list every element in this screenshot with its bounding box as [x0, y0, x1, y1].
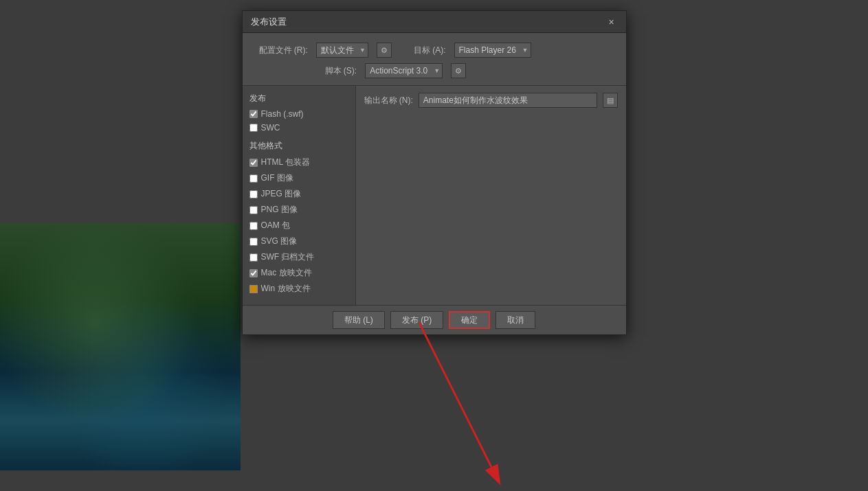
- output-name-input[interactable]: [419, 93, 597, 108]
- swc-item: SWC: [249, 122, 348, 133]
- win-projector-item: Win 放映文件: [249, 282, 348, 295]
- html-wrapper-label[interactable]: HTML 包装器: [261, 157, 311, 168]
- svg-image-item: SVG 图像: [249, 235, 348, 248]
- dialog-titlebar: 发布设置 ×: [243, 11, 626, 33]
- publish-settings-dialog: 发布设置 × 配置文件 (R): 默认文件 ▼ ⚙ 目标 (A): Flash …: [242, 10, 627, 335]
- other-formats-title: 其他格式: [249, 140, 348, 152]
- target-label: 目标 (A):: [414, 45, 446, 56]
- swc-checkbox[interactable]: [249, 124, 258, 132]
- svg-image-checkbox[interactable]: [249, 238, 258, 246]
- flash-swf-checkbox[interactable]: [249, 110, 258, 118]
- dialog-overlay: 发布设置 × 配置文件 (R): 默认文件 ▼ ⚙ 目标 (A): Flash …: [0, 0, 868, 491]
- target-select-wrapper: Flash Player 26Flash Player 25Flash Play…: [454, 43, 531, 58]
- swf-archive-checkbox[interactable]: [249, 253, 258, 262]
- right-panel: 输出名称 (N): ▤: [356, 86, 626, 305]
- gif-image-checkbox[interactable]: [249, 174, 258, 183]
- dialog-footer: 帮助 (L) 发布 (P) 确定 取消: [243, 305, 626, 334]
- script-label: 脚本 (S):: [325, 65, 357, 77]
- swf-archive-item: SWF 归档文件: [249, 251, 348, 264]
- folder-browse-button[interactable]: ▤: [603, 93, 618, 108]
- flash-swf-item: Flash (.swf): [249, 109, 348, 119]
- publish-button[interactable]: 发布 (P): [390, 311, 443, 329]
- oam-package-checkbox[interactable]: [249, 222, 258, 230]
- mac-projector-item: Mac 放映文件: [249, 266, 348, 279]
- publish-section-title: 发布: [249, 93, 348, 104]
- win-projector-checkbox-custom[interactable]: [249, 285, 258, 293]
- html-wrapper-checkbox[interactable]: [249, 159, 258, 167]
- oam-package-label[interactable]: OAM 包: [261, 220, 291, 231]
- left-panel: 发布 Flash (.swf) SWC 其他格式 HTML 包装器: [243, 86, 356, 305]
- folder-icon: ▤: [607, 96, 614, 105]
- config-gear-button[interactable]: ⚙: [377, 43, 392, 58]
- script-settings-button[interactable]: ⚙: [451, 63, 466, 78]
- target-select[interactable]: Flash Player 26Flash Player 25Flash Play…: [454, 43, 531, 58]
- gif-image-label[interactable]: GIF 图像: [261, 172, 293, 184]
- svg-image-label[interactable]: SVG 图像: [261, 236, 298, 247]
- ok-button[interactable]: 确定: [449, 311, 490, 329]
- script-select-wrapper: ActionScript 3.0ActionScript 2.0 ▼: [365, 63, 443, 78]
- mac-projector-label[interactable]: Mac 放映文件: [261, 267, 312, 279]
- config-file-select-wrapper: 默认文件 ▼: [316, 43, 368, 58]
- jpeg-image-checkbox[interactable]: [249, 190, 258, 198]
- dialog-title: 发布设置: [251, 16, 287, 28]
- config-section: 配置文件 (R): 默认文件 ▼ ⚙ 目标 (A): Flash Player …: [243, 33, 626, 85]
- win-projector-label[interactable]: Win 放映文件: [261, 283, 311, 295]
- flash-swf-label[interactable]: Flash (.swf): [261, 109, 304, 119]
- output-label: 输出名称 (N):: [364, 95, 413, 106]
- oam-package-item: OAM 包: [249, 219, 348, 232]
- mac-projector-checkbox[interactable]: [249, 269, 258, 277]
- dialog-body: 发布 Flash (.swf) SWC 其他格式 HTML 包装器: [243, 85, 626, 305]
- help-button[interactable]: 帮助 (L): [333, 311, 385, 329]
- jpeg-image-label[interactable]: JPEG 图像: [261, 188, 302, 200]
- script-row: 脚本 (S): ActionScript 3.0ActionScript 2.0…: [251, 60, 618, 81]
- output-row: 输出名称 (N): ▤: [364, 93, 618, 108]
- swc-label[interactable]: SWC: [261, 123, 280, 133]
- config-file-select[interactable]: 默认文件: [316, 43, 368, 58]
- swf-archive-label[interactable]: SWF 归档文件: [261, 251, 315, 263]
- close-button[interactable]: ×: [605, 16, 618, 28]
- html-wrapper-item: HTML 包装器: [249, 156, 348, 169]
- png-image-label[interactable]: PNG 图像: [261, 204, 298, 216]
- png-image-checkbox[interactable]: [249, 206, 258, 214]
- png-image-item: PNG 图像: [249, 203, 348, 216]
- script-select[interactable]: ActionScript 3.0ActionScript 2.0: [365, 63, 443, 78]
- gif-image-item: GIF 图像: [249, 172, 348, 185]
- config-row: 配置文件 (R): 默认文件 ▼ ⚙ 目标 (A): Flash Player …: [251, 37, 618, 60]
- config-file-label: 配置文件 (R):: [259, 45, 308, 56]
- cancel-button[interactable]: 取消: [496, 311, 535, 329]
- jpeg-image-item: JPEG 图像: [249, 187, 348, 201]
